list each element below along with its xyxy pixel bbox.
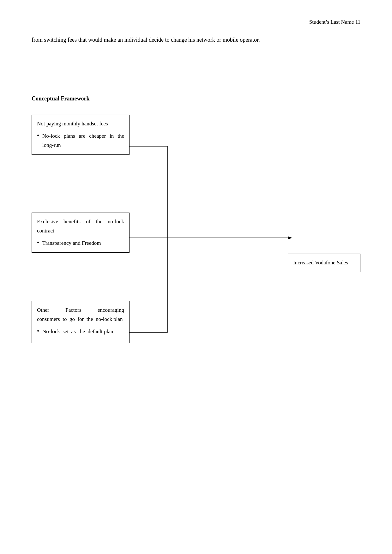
bullet-icon-2: • (37, 239, 39, 246)
svg-marker-5 (288, 236, 292, 239)
output-box: Increased Vodafone Sales (288, 254, 360, 272)
box2: Exclusive benefits of the no-lock contra… (32, 213, 130, 253)
bullet-icon-3: • (37, 328, 39, 334)
box2-title: Exclusive benefits of the no-lock contra… (37, 217, 124, 236)
page-header: Student’s Last Name 11 (32, 19, 360, 25)
page-info: Student’s Last Name 11 (309, 19, 360, 25)
box1-bullet: • No-lock plans are cheaper in the long-… (37, 132, 124, 150)
box3: Other Factors encouraging consumers to g… (32, 301, 130, 343)
section-title: Conceptual Framework (32, 95, 360, 102)
box2-bullet: • Transparency and Freedom (37, 239, 124, 248)
intro-paragraph: from switching fees that would make an i… (32, 35, 316, 45)
output-label: Increased Vodafone Sales (293, 260, 348, 266)
box3-bullet: • No-lock set as the default plan (37, 327, 124, 336)
box2-bullet-text: Transparency and Freedom (42, 239, 124, 248)
box3-bullet-text: No-lock set as the default plan (42, 327, 124, 336)
connector-lines (32, 115, 360, 446)
box1-bullet-text: No-lock plans are cheaper in the long-ru… (42, 132, 124, 150)
intro-text: from switching fees that would make an i… (32, 37, 260, 43)
box1: Not paying monthly handset fees • No-loc… (32, 115, 130, 155)
framework-container: Not paying monthly handset fees • No-loc… (32, 115, 360, 446)
box3-title: Other Factors encouraging consumers to g… (37, 306, 124, 324)
page: Student’s Last Name 11 from switching fe… (0, 0, 392, 554)
bullet-icon: • (37, 132, 39, 139)
box1-title: Not paying monthly handset fees (37, 119, 124, 129)
